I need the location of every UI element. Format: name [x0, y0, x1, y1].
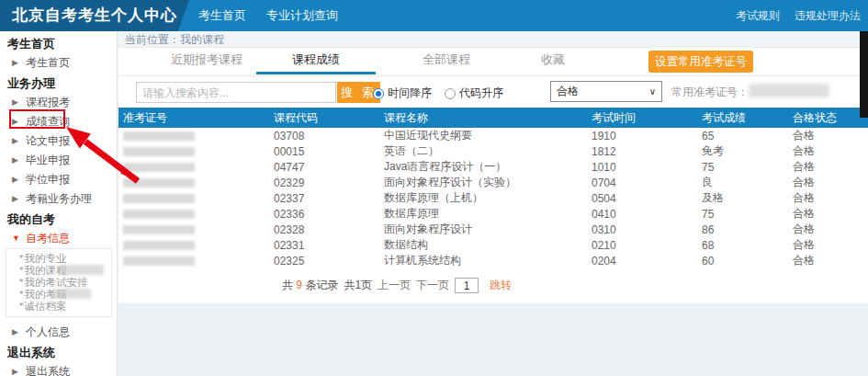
- app-title: 北京自考考生个人中心: [12, 0, 177, 31]
- cell-exam-time: 0704: [589, 175, 694, 190]
- cell-pass-status: 合格: [789, 190, 868, 206]
- cell-ticket: [118, 253, 272, 268]
- cell-exam-time: 0210: [589, 237, 694, 253]
- cell-exam-time: 1910: [589, 128, 694, 143]
- radio-selected-icon: [373, 88, 384, 99]
- link-violation-handling[interactable]: 违规处理办法: [795, 8, 861, 24]
- top-links: 考试规则 违规处理办法: [736, 0, 861, 31]
- bullet: *: [19, 289, 23, 300]
- cell-exam-score: 68: [694, 237, 789, 253]
- radio-time-desc[interactable]: 时间降序: [373, 85, 432, 101]
- sidebar-item-thesis-application[interactable]: ▶ 论文申报: [0, 131, 117, 151]
- sidebar-section-business: 业务办理: [0, 74, 117, 93]
- radio-code-asc[interactable]: 代码升序: [445, 85, 503, 101]
- redacted-ticket-number: [123, 178, 195, 188]
- cell-course-name: 数据库原理: [382, 206, 589, 222]
- sidebar-section-candidate-home: 考生首页: [0, 35, 117, 53]
- cell-exam-score: 75: [694, 159, 789, 175]
- bullet: *: [19, 301, 23, 312]
- cell-course-code: 02337: [272, 190, 382, 206]
- redacted-ticket-number: [123, 131, 195, 141]
- cell-exam-score: 65: [694, 128, 789, 143]
- search-input[interactable]: [136, 82, 336, 103]
- submenu-item-my-major[interactable]: *我的专业: [6, 253, 111, 265]
- cell-pass-status: 合格: [789, 253, 868, 268]
- table-row: 02325 计算机系统结构 0204 60 合格: [118, 253, 868, 268]
- sidebar-item-zikao-info[interactable]: ▼ 自考信息: [0, 229, 117, 248]
- redacted-ticket-number: [123, 225, 195, 234]
- top-header: 北京自考考生个人中心 考生首页 专业计划查询 考试规则 违规处理办法: [0, 0, 868, 31]
- sidebar: 考生首页 ▶ 考生首页 业务办理 ▶ 课程报考 ▶ 成绩查询 ▶ 论文申报 ▶ …: [0, 31, 118, 376]
- sidebar-section-logout: 退出系统: [0, 344, 117, 362]
- radio-unselected-icon: [445, 88, 456, 99]
- cell-course-name: Java语言程序设计（一）: [382, 159, 589, 175]
- cell-course-name: 面向对象程序设计: [382, 222, 589, 237]
- sidebar-item-candidate-home[interactable]: ▶ 考生首页: [0, 53, 117, 73]
- cell-exam-score: 免考: [694, 143, 789, 159]
- cell-course-code: 02336: [272, 206, 382, 222]
- cell-course-name: 面向对象程序设计（实验）: [382, 175, 589, 190]
- col-header-exam-score: 考试成绩: [694, 108, 789, 128]
- sidebar-item-personal-info[interactable]: ▶ 个人信息: [0, 323, 117, 342]
- caret-down-icon: ▼: [12, 229, 20, 248]
- table-header-row: 准考证号 课程代码 课程名称 考试时间 考试成绩 合格状态: [118, 108, 868, 128]
- sidebar-item-graduation-application[interactable]: ▶ 毕业申报: [0, 151, 117, 170]
- col-header-course-name: 课程名称: [382, 108, 589, 128]
- cell-pass-status: 合格: [789, 159, 868, 175]
- cell-exam-time: 0204: [589, 253, 694, 268]
- cell-exam-score: 良: [694, 175, 789, 190]
- cell-course-code: 04747: [272, 159, 382, 175]
- cell-course-code: 02328: [272, 222, 382, 237]
- prev-page-button[interactable]: 上一页: [378, 278, 411, 293]
- cell-exam-score: 86: [694, 222, 789, 237]
- cell-course-name: 英语（二）: [382, 143, 589, 159]
- cell-pass-status: 合格: [789, 222, 868, 237]
- nav-candidate-home[interactable]: 考生首页: [198, 7, 246, 24]
- sidebar-item-logout[interactable]: ▶ 退出系统: [0, 362, 117, 376]
- sidebar-item-course-registration[interactable]: ▶ 课程报考: [0, 93, 117, 112]
- cell-course-name: 数据结构: [382, 237, 589, 253]
- tab-favorites[interactable]: 收藏: [530, 51, 576, 68]
- sort-radio-group: 时间降序 代码升序: [373, 85, 503, 101]
- caret-right-icon: ▶: [12, 131, 18, 151]
- table-row: 02331 数据结构 0210 68 合格: [118, 237, 868, 253]
- page-number-input[interactable]: [455, 278, 479, 293]
- record-count: 9: [296, 279, 302, 291]
- tab-recent-registered-courses[interactable]: 近期报考课程: [164, 51, 249, 68]
- cell-ticket: [118, 237, 272, 253]
- jump-button[interactable]: 跳转: [490, 278, 512, 293]
- sidebar-item-exam-record-business[interactable]: ▶ 考籍业务办理: [0, 189, 117, 209]
- cell-course-code: 02331: [272, 237, 382, 253]
- redaction-blur: [58, 265, 104, 275]
- cell-pass-status: 合格: [789, 175, 868, 190]
- table-row: 02337 数据库原理（上机） 0504 及格 合格: [118, 190, 868, 206]
- cell-ticket: [118, 206, 272, 222]
- redacted-ticket-value: [749, 84, 829, 97]
- redacted-ticket-number: [123, 194, 195, 203]
- nav-major-plan-query[interactable]: 专业计划查询: [266, 7, 338, 24]
- tab-course-scores[interactable]: 课程成绩: [256, 51, 376, 74]
- toolbar: 搜 索 时间降序 代码升序 合格 ∨ 常用准考证号：: [118, 76, 868, 108]
- sidebar-item-degree-application[interactable]: ▶ 学位申报: [0, 170, 117, 189]
- cell-course-code: 03708: [272, 128, 382, 143]
- sidebar-item-score-query[interactable]: ▶ 成绩查询: [0, 112, 117, 131]
- submenu-item-my-exam-schedule[interactable]: *我的考试安排: [6, 277, 111, 289]
- status-filter-select[interactable]: 合格 ∨: [550, 81, 662, 102]
- submenu-item-integrity-file[interactable]: *诚信档案: [6, 301, 111, 313]
- link-exam-rules[interactable]: 考试规则: [736, 8, 780, 24]
- caret-right-icon: ▶: [12, 93, 18, 112]
- table-row: 04747 Java语言程序设计（一） 1010 75 合格: [118, 159, 868, 175]
- next-page-button[interactable]: 下一页: [416, 278, 449, 293]
- set-common-ticket-button[interactable]: 设置常用准考证号: [648, 51, 753, 73]
- sidebar-collapse-icon[interactable]: ◄: [118, 169, 126, 177]
- cell-course-code: 02325: [272, 253, 382, 268]
- col-header-pass-status: 合格状态: [789, 108, 868, 128]
- cell-exam-time: 0410: [589, 206, 694, 222]
- caret-right-icon: ▶: [12, 112, 18, 131]
- cell-exam-score: 60: [694, 253, 789, 268]
- tab-all-courses[interactable]: 全部课程: [394, 51, 499, 68]
- cell-exam-time: 0310: [589, 222, 694, 237]
- pagination: 共 9 条记录 共1页 上一页 下一页 跳转: [282, 278, 868, 293]
- redaction-blur: [52, 289, 91, 299]
- caret-right-icon: ▶: [12, 170, 18, 189]
